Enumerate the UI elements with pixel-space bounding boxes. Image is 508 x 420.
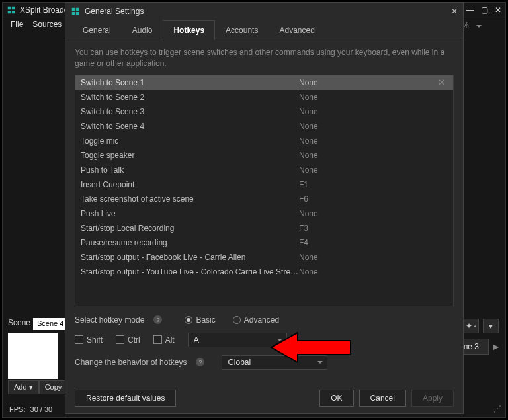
hotkey-value: None xyxy=(299,165,448,175)
tab-general[interactable]: General xyxy=(72,20,122,40)
scene-label: Scene xyxy=(8,318,30,327)
radio-off-icon xyxy=(233,316,241,324)
hotkey-row[interactable]: Start/stop Local RecordingF3 xyxy=(75,221,453,235)
caret-down-icon xyxy=(318,361,323,364)
scene-preview xyxy=(8,333,58,379)
hotkey-value: None xyxy=(299,253,448,262)
hotkey-row[interactable]: Start/stop output - Facebook Live - Carr… xyxy=(75,250,453,265)
hotkey-row[interactable]: Switch to Scene 4None xyxy=(75,119,453,134)
hotkey-row[interactable]: Take screenshot of active sceneF6 xyxy=(75,192,453,206)
help-text: You can use hotkeys to trigger scene swi… xyxy=(75,47,454,69)
hotkey-value: None xyxy=(299,107,448,116)
caret-down-icon: ▾ xyxy=(29,383,33,391)
radio-advanced[interactable]: Advanced xyxy=(233,315,279,325)
checkbox-alt[interactable]: Alt xyxy=(153,335,175,345)
copy-button[interactable]: Copy xyxy=(39,380,68,394)
hotkey-name: Toggle mic xyxy=(81,136,299,146)
ok-button[interactable]: OK xyxy=(319,390,353,407)
hotkey-row[interactable]: Toggle speakerNone xyxy=(75,148,453,163)
menu-sources[interactable]: Sources xyxy=(32,20,62,29)
hotkey-name: Start/stop output - YouTube Live - Color… xyxy=(81,267,299,276)
stats-caret-icon[interactable] xyxy=(476,25,482,28)
tab-accounts[interactable]: Accounts xyxy=(215,20,269,40)
tool-dropdown-2[interactable]: ▾ xyxy=(483,319,499,333)
add-button[interactable]: Add ▾ xyxy=(8,380,39,394)
hotkey-row[interactable]: Start/stop output - YouTube Live - Color… xyxy=(75,265,453,279)
hotkey-row[interactable]: Push to TalkNone xyxy=(75,163,453,177)
hotkey-name: Take screenshot of active scene xyxy=(81,194,299,204)
hotkey-name: Switch to Scene 1 xyxy=(81,78,299,87)
help-icon[interactable]: ? xyxy=(153,315,162,324)
hotkey-list[interactable]: Switch to Scene 1None✕Switch to Scene 2N… xyxy=(75,75,454,306)
help-icon[interactable]: ? xyxy=(196,358,204,366)
hotkey-name: Insert Cuepoint xyxy=(81,180,299,189)
general-settings-dialog: General Settings ✕ General Audio Hotkeys… xyxy=(65,2,464,414)
hotkey-row[interactable]: Insert CuepointF1 xyxy=(75,177,453,192)
hotkey-value: None xyxy=(299,267,448,276)
close-icon[interactable]: ✕ xyxy=(495,5,501,15)
hotkey-name: Push Live xyxy=(81,209,299,218)
mode-label: Select hotkey mode xyxy=(75,315,144,325)
caret-down-icon xyxy=(277,339,282,341)
hotkey-value: None xyxy=(299,78,435,87)
hotkey-name: Push to Talk xyxy=(81,165,299,175)
clear-hotkey-icon[interactable]: ✕ xyxy=(435,77,448,87)
hotkey-row[interactable]: Toggle micNone xyxy=(75,134,453,148)
hotkey-value: F6 xyxy=(299,194,448,204)
checkbox-shift[interactable]: Shift xyxy=(75,335,103,345)
hotkey-value: None xyxy=(299,122,448,131)
hotkey-row[interactable]: Push LiveNone xyxy=(75,206,453,221)
restore-defaults-button[interactable]: Restore default values xyxy=(75,390,176,407)
dialog-title: General Settings xyxy=(85,7,144,16)
dialog-close-icon[interactable]: ✕ xyxy=(451,7,458,16)
behavior-label: Change the behavior of hotkeys xyxy=(75,358,187,367)
hotkey-value: None xyxy=(299,136,448,146)
hotkey-name: Pause/resume recording xyxy=(81,238,299,247)
hotkey-name: Start/stop output - Facebook Live - Carr… xyxy=(81,253,299,262)
hotkey-name: Switch to Scene 2 xyxy=(81,93,299,102)
hotkey-value: F4 xyxy=(299,238,448,247)
hotkey-value: None xyxy=(299,93,448,102)
tab-audio[interactable]: Audio xyxy=(122,20,163,40)
scene-tab-next-icon[interactable]: ▶ xyxy=(493,342,499,351)
key-select[interactable]: A xyxy=(188,333,287,347)
hotkey-name: Switch to Scene 3 xyxy=(81,107,299,116)
dialog-tabs: General Audio Hotkeys Accounts Advanced xyxy=(65,19,463,40)
cancel-button[interactable]: Cancel xyxy=(359,390,406,407)
minimize-icon[interactable]: — xyxy=(466,5,474,15)
behavior-select[interactable]: Global xyxy=(222,355,327,370)
tool-fx-button[interactable]: ✦+ xyxy=(463,319,479,333)
checkbox-ctrl[interactable]: Ctrl xyxy=(116,335,140,345)
hotkey-row[interactable]: Pause/resume recordingF4 xyxy=(75,235,453,250)
hotkey-row[interactable]: Switch to Scene 2None xyxy=(75,90,453,105)
hotkey-value: F3 xyxy=(299,224,448,233)
xsplit-logo-icon xyxy=(71,7,80,16)
dialog-footer: Restore default values OK Cancel Apply xyxy=(65,384,463,413)
hotkey-name: Toggle speaker xyxy=(81,151,299,160)
hotkey-name: Switch to Scene 4 xyxy=(81,122,299,131)
apply-button[interactable]: Apply xyxy=(411,390,454,407)
radio-on-icon xyxy=(185,316,192,324)
fps-value: 30 / 30 xyxy=(30,405,53,413)
maximize-icon[interactable]: ▢ xyxy=(481,5,488,15)
tab-hotkeys[interactable]: Hotkeys xyxy=(163,20,215,40)
scene-selector[interactable]: Scene 4 xyxy=(33,318,67,330)
hotkey-name: Start/stop Local Recording xyxy=(81,224,299,233)
fps-label: FPS: xyxy=(9,405,25,413)
resize-grip-icon[interactable]: ⋰ xyxy=(493,404,501,413)
hotkey-value: F1 xyxy=(299,180,448,189)
hotkey-value: None xyxy=(299,209,448,218)
dialog-titlebar: General Settings ✕ xyxy=(65,3,463,19)
tab-advanced[interactable]: Advanced xyxy=(269,20,325,40)
radio-basic[interactable]: Basic xyxy=(185,315,215,325)
menu-file[interactable]: File xyxy=(11,20,23,29)
hotkey-row[interactable]: Switch to Scene 3None xyxy=(75,105,453,119)
hotkey-row[interactable]: Switch to Scene 1None✕ xyxy=(75,75,453,90)
xsplit-logo-icon xyxy=(7,5,16,15)
hotkey-value: None xyxy=(299,151,448,160)
